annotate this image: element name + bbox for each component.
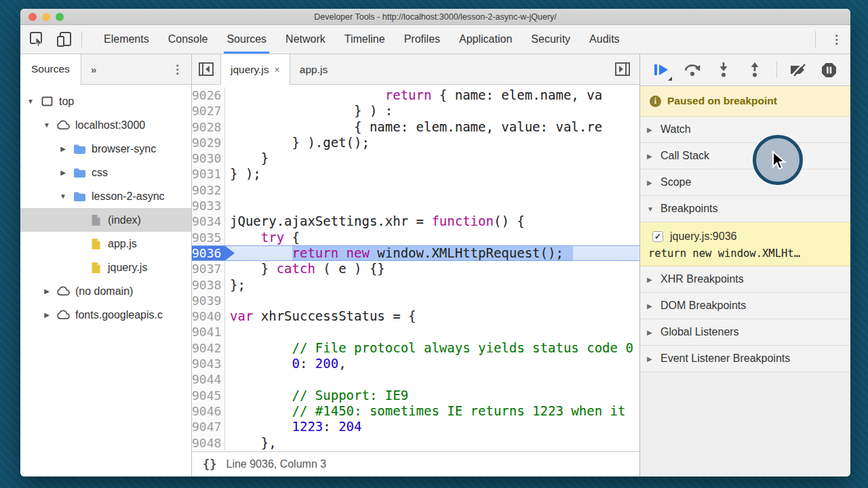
cloud-icon [56,120,71,130]
close-window-button[interactable] [28,13,37,21]
line-number[interactable]: 9026 [192,87,225,103]
tree-item-label: (index) [108,214,141,226]
selected-statement: return new window.XMLHttpRequest(); [292,246,573,260]
line-number[interactable]: 9040 [192,308,225,324]
line-number[interactable]: 9033 [192,198,225,214]
debugger-sections: ▶Watch▶Call Stack▶Scope▼Breakpoints✓jque… [640,117,850,372]
tree-item-jquery-js[interactable]: jquery.js [20,256,191,279]
section-global-listeners[interactable]: ▶Global Listeners [640,319,850,346]
section-event-listener-breakpoints[interactable]: ▶Event Listener Breakpoints [640,346,850,372]
more-tabs-icon[interactable]: » [81,64,106,75]
tab-elements[interactable]: Elements [94,25,159,54]
minimize-window-button[interactable] [42,13,50,21]
line-number[interactable]: 9035 [192,230,225,245]
code-line: 9038}; [192,277,639,293]
line-number[interactable]: 9048 [192,435,225,451]
editor-tab-jquery.js[interactable]: jquery.js× [220,54,290,85]
line-number[interactable]: 9046 [192,403,225,419]
tree-item-label: css [92,167,108,179]
tab-application[interactable]: Application [450,25,521,54]
line-number[interactable]: 9031 [192,166,225,182]
tree-item-app-js[interactable]: app.js [20,232,191,256]
tab-profiles[interactable]: Profiles [395,25,450,54]
breakpoint-location[interactable]: jquery.js:9036 [670,230,736,243]
section-watch[interactable]: ▶Watch [640,117,850,143]
devtools-menu-icon[interactable]: ⋮ [823,33,850,47]
chevron-down-icon[interactable]: ▼ [58,192,68,200]
code-line: 9032 [192,182,639,198]
file-yellow-icon [88,262,103,274]
tree-item-fonts-googleapis-c[interactable]: ▶fonts.googleapis.c [20,303,191,327]
tree-item--no-domain-[interactable]: ▶(no domain) [20,279,191,303]
show-debugger-panel-icon[interactable] [612,60,633,79]
tree-item-localhost-3000[interactable]: ▼localhost:3000 [20,113,191,137]
chevron-right-icon[interactable]: ▶ [42,311,52,319]
line-number[interactable]: 9028 [192,119,225,135]
navigator-menu-icon[interactable]: ⋮ [163,62,191,77]
step-over-icon[interactable] [682,60,703,80]
device-toolbar-icon[interactable] [54,29,75,49]
tree-item-top[interactable]: ▼top [20,89,191,113]
section-dom-breakpoints[interactable]: ▶DOM Breakpoints [640,293,850,319]
code-line-text: return new window.XMLHttpRequest(); [225,246,639,260]
tree-item-css[interactable]: ▶css [20,161,191,184]
section-scope[interactable]: ▶Scope [640,169,850,196]
tab-audits[interactable]: Audits [580,25,629,54]
code-editor[interactable]: 9026 return { name: elem.name, va9027 } … [192,85,639,451]
line-number[interactable]: 9041 [192,324,225,340]
breakpoint-entry[interactable]: ✓jquery.js:9036return new window.XMLHt… [640,222,850,266]
pretty-print-icon[interactable]: {} [203,458,216,471]
step-out-icon[interactable] [745,60,765,80]
info-icon: i [650,96,661,107]
resume-icon[interactable] [651,60,671,80]
tab-timeline[interactable]: Timeline [335,25,395,54]
line-number[interactable]: 9038 [192,277,225,293]
line-number[interactable]: 9036 [192,246,225,260]
line-number[interactable]: 9027 [192,103,225,119]
inspect-element-icon[interactable] [27,29,47,49]
line-number[interactable]: 9042 [192,340,225,356]
tab-sources[interactable]: Sources [217,25,276,54]
chevron-right-icon: ▶ [647,302,654,310]
line-number[interactable]: 9034 [192,214,225,229]
tab-console[interactable]: Console [159,25,218,54]
line-number[interactable]: 9043 [192,356,225,371]
line-number[interactable]: 9037 [192,261,225,277]
chevron-right-icon[interactable]: ▶ [42,287,52,295]
line-number[interactable]: 9032 [192,182,225,198]
deactivate-breakpoints-icon[interactable] [788,60,808,80]
tree-item-label: jquery.js [108,262,147,274]
code-line-text: // #1450: sometimes IE returns 1223 when… [225,403,639,419]
pause-on-exceptions-icon[interactable] [819,60,840,80]
line-number[interactable]: 9039 [192,293,225,308]
line-number[interactable]: 9029 [192,135,225,150]
line-number[interactable]: 9044 [192,371,225,387]
folder-icon [72,191,87,202]
chevron-right-icon[interactable]: ▶ [58,145,68,152]
tree-item-browser-sync[interactable]: ▶browser-sync [20,137,191,161]
line-number[interactable]: 9045 [192,388,225,403]
hide-navigator-icon[interactable] [196,60,216,79]
chevron-right-icon: ▶ [647,152,654,160]
chevron-down-icon[interactable]: ▼ [42,121,52,129]
cloud-icon [56,286,71,296]
line-number[interactable]: 9030 [192,150,225,166]
chevron-down-icon[interactable]: ▼ [26,98,35,105]
editor-tab-app.js[interactable]: app.js [290,54,337,85]
section-breakpoints[interactable]: ▼Breakpoints [640,196,850,222]
section-call-stack[interactable]: ▶Call Stack [640,143,850,169]
section-label: Call Stack [660,150,709,162]
code-line: 9045 // Support: IE9 [192,388,639,403]
step-into-icon[interactable] [713,60,734,80]
breakpoint-checkbox[interactable]: ✓ [652,231,663,242]
tab-network[interactable]: Network [276,25,335,54]
tree-item--index-[interactable]: (index) [20,208,191,232]
close-icon[interactable]: × [275,64,280,75]
chevron-right-icon[interactable]: ▶ [58,169,68,176]
tab-sources-panel[interactable]: Sources [20,54,81,85]
tab-security[interactable]: Security [521,25,580,54]
tree-item-lesson-2-async[interactable]: ▼lesson-2-async [20,184,191,208]
zoom-window-button[interactable] [56,13,64,21]
line-number[interactable]: 9047 [192,419,225,434]
section-xhr-breakpoints[interactable]: ▶XHR Breakpoints [640,266,850,293]
